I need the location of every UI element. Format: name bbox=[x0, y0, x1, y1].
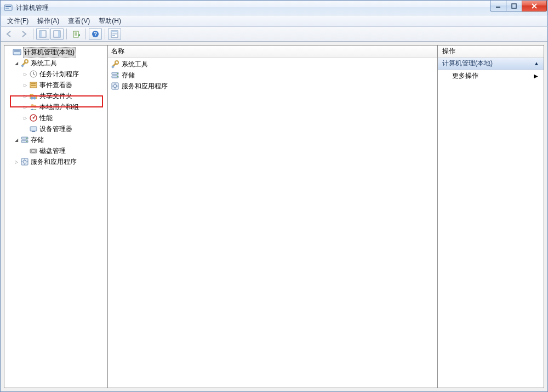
window-title: 计算机管理 bbox=[16, 3, 49, 13]
svg-rect-2 bbox=[5, 8, 9, 9]
tree-node-performance[interactable]: 性能 bbox=[4, 112, 107, 123]
tree-node-event-viewer[interactable]: 事件查看器 bbox=[4, 79, 107, 90]
svg-point-25 bbox=[33, 97, 36, 100]
column-header-name[interactable]: 名称 bbox=[108, 46, 437, 57]
menu-action[interactable]: 操作(A) bbox=[33, 15, 64, 27]
maximize-button[interactable] bbox=[506, 1, 522, 12]
storage-icon bbox=[20, 135, 29, 144]
services-apps-icon bbox=[20, 157, 29, 166]
list-item-label: 存储 bbox=[122, 71, 135, 80]
tree-node-task-scheduler[interactable]: 任务计划程序 bbox=[4, 69, 107, 79]
tree-label: 性能 bbox=[39, 113, 53, 123]
system-tools-icon bbox=[20, 59, 29, 67]
svg-rect-1 bbox=[5, 6, 11, 7]
svg-rect-4 bbox=[512, 4, 516, 8]
list-panel: 名称 系统工具 存储 服务和应用程序 bbox=[107, 45, 438, 388]
event-viewer-icon bbox=[29, 81, 38, 89]
show-hide-tree-button[interactable] bbox=[36, 28, 49, 40]
tree-node-device-manager[interactable]: 设备管理器 bbox=[4, 123, 107, 134]
list-item-system-tools[interactable]: 系统工具 bbox=[108, 59, 437, 70]
tree-node-local-users-groups[interactable]: 本地用户和组 bbox=[4, 101, 107, 112]
expander-icon[interactable] bbox=[22, 116, 28, 121]
shared-folders-icon bbox=[29, 92, 38, 100]
expander-icon[interactable] bbox=[22, 105, 28, 110]
actions-panel-header: 操作 bbox=[438, 46, 544, 58]
system-tools-icon bbox=[111, 60, 119, 69]
tree-node-system-tools[interactable]: 系统工具 bbox=[4, 58, 107, 69]
svg-point-29 bbox=[33, 117, 35, 119]
expander-icon[interactable] bbox=[22, 72, 28, 77]
svg-point-26 bbox=[31, 104, 34, 107]
navigation-tree[interactable]: 计算机管理(本地) 系统工具 任务计划程序 事 bbox=[4, 46, 107, 168]
svg-rect-15 bbox=[112, 35, 115, 36]
forward-button[interactable] bbox=[17, 28, 30, 40]
svg-text:?: ? bbox=[94, 31, 97, 37]
users-groups-icon bbox=[29, 103, 38, 111]
svg-point-46 bbox=[117, 76, 118, 77]
collapse-icon: ▲ bbox=[534, 60, 539, 66]
tree-node-computer-management[interactable]: 计算机管理(本地) bbox=[4, 47, 107, 58]
svg-rect-6 bbox=[39, 31, 42, 37]
svg-rect-14 bbox=[112, 33, 117, 35]
app-icon bbox=[4, 3, 13, 12]
list-item-services-apps[interactable]: 服务和应用程序 bbox=[108, 81, 437, 92]
svg-rect-16 bbox=[13, 49, 21, 55]
tree-label: 磁盘管理 bbox=[39, 146, 66, 156]
list-item-storage[interactable]: 存储 bbox=[108, 70, 437, 81]
actions-item-more[interactable]: 更多操作 ▶ bbox=[438, 70, 544, 82]
expander-icon[interactable] bbox=[13, 138, 20, 143]
svg-rect-23 bbox=[31, 85, 36, 86]
tree-node-storage[interactable]: 存储 bbox=[4, 134, 107, 145]
tree-label: 任务计划程序 bbox=[39, 70, 79, 79]
expander-icon[interactable] bbox=[22, 83, 28, 88]
clock-icon bbox=[29, 70, 38, 78]
menu-bar: 文件(F) 操作(A) 查看(V) 帮助(H) bbox=[0, 15, 548, 26]
device-manager-icon bbox=[29, 124, 38, 133]
list-header: 名称 bbox=[108, 46, 437, 58]
navigation-tree-panel: 计算机管理(本地) 系统工具 任务计划程序 事 bbox=[4, 45, 108, 388]
export-list-button[interactable] bbox=[70, 28, 83, 40]
tree-label: 事件查看器 bbox=[39, 81, 72, 90]
toolbar: ? bbox=[0, 26, 548, 42]
tree-label: 本地用户和组 bbox=[39, 103, 79, 112]
svg-point-24 bbox=[31, 97, 33, 100]
properties-button[interactable] bbox=[108, 28, 121, 40]
tree-label: 存储 bbox=[31, 135, 44, 145]
show-hide-action-button[interactable] bbox=[50, 28, 64, 40]
svg-point-18 bbox=[25, 60, 28, 63]
tree-node-services-apps[interactable]: 服务和应用程序 bbox=[4, 156, 107, 167]
menu-view[interactable]: 查看(V) bbox=[64, 15, 94, 27]
tree-label: 设备管理器 bbox=[39, 124, 72, 134]
svg-rect-17 bbox=[14, 50, 20, 52]
expander-icon[interactable] bbox=[13, 61, 20, 66]
list-body: 系统工具 存储 服务和应用程序 bbox=[108, 58, 437, 93]
back-button[interactable] bbox=[3, 28, 16, 40]
menu-file[interactable]: 文件(F) bbox=[3, 15, 33, 27]
svg-point-35 bbox=[26, 141, 27, 142]
help-button[interactable]: ? bbox=[89, 28, 102, 40]
list-item-label: 服务和应用程序 bbox=[122, 82, 168, 91]
close-button[interactable] bbox=[522, 1, 547, 12]
toolbar-separator bbox=[33, 29, 33, 39]
storage-icon bbox=[111, 71, 119, 79]
toolbar-separator bbox=[85, 29, 86, 39]
svg-point-38 bbox=[33, 151, 34, 152]
svg-rect-30 bbox=[30, 127, 37, 131]
actions-section-title: 计算机管理(本地) bbox=[442, 59, 493, 68]
tree-node-disk-management[interactable]: 磁盘管理 bbox=[4, 145, 107, 156]
expander-icon[interactable] bbox=[13, 160, 20, 164]
actions-panel: 操作 计算机管理(本地) ▲ 更多操作 ▶ bbox=[437, 45, 544, 388]
services-apps-icon bbox=[111, 82, 119, 90]
computer-management-icon bbox=[13, 48, 21, 56]
tree-label: 共享文件夹 bbox=[39, 92, 72, 101]
actions-section-header[interactable]: 计算机管理(本地) ▲ bbox=[438, 58, 544, 70]
menu-help[interactable]: 帮助(H) bbox=[94, 15, 125, 27]
expander-icon[interactable] bbox=[22, 94, 28, 99]
title-bar: 计算机管理 bbox=[0, 0, 548, 15]
tree-node-shared-folders[interactable]: 共享文件夹 bbox=[4, 90, 107, 101]
main-content: 计算机管理(本地) 系统工具 任务计划程序 事 bbox=[0, 42, 548, 392]
svg-point-45 bbox=[117, 73, 118, 74]
minimize-button[interactable] bbox=[490, 1, 506, 12]
toolbar-separator bbox=[105, 29, 105, 39]
submenu-arrow-icon: ▶ bbox=[534, 73, 538, 79]
